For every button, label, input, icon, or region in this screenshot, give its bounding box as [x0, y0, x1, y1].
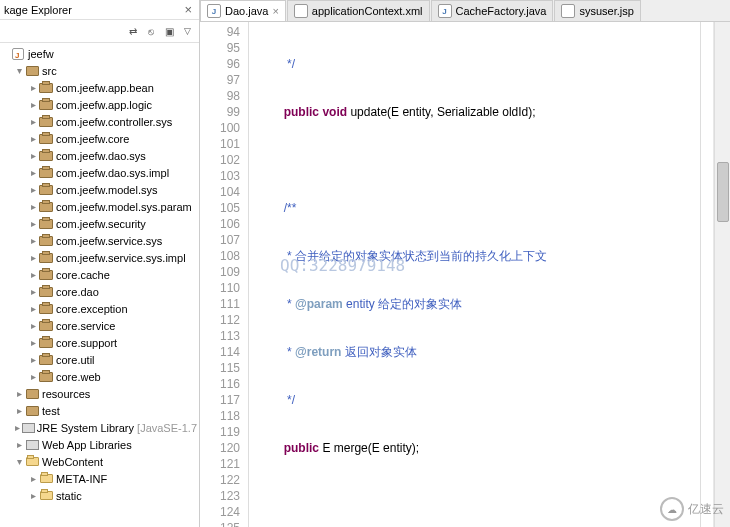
package-node[interactable]: ▸com.jeefw.model.sys.param	[0, 198, 199, 215]
menu-icon[interactable]: ▽	[179, 23, 195, 39]
package-node[interactable]: ▸com.jeefw.core	[0, 130, 199, 147]
package-node[interactable]: ▸core.util	[0, 351, 199, 368]
line-number: 100	[220, 120, 240, 136]
line-number: 107	[220, 232, 240, 248]
package-node[interactable]: ▸core.exception	[0, 300, 199, 317]
package-node[interactable]: ▸com.jeefw.security	[0, 215, 199, 232]
line-number: 97	[220, 72, 240, 88]
editor-tabs: Dao.java× applicationContext.xml CacheFa…	[200, 0, 730, 22]
line-number: 98	[220, 88, 240, 104]
code-area: 94 95 96 97 98 99 100 101 102 103 104 10…	[200, 22, 730, 527]
package-node[interactable]: ▸core.web	[0, 368, 199, 385]
line-number: 99	[220, 104, 240, 120]
package-node[interactable]: ▸com.jeefw.dao.sys.impl	[0, 164, 199, 181]
metainf-folder[interactable]: ▸META-INF	[0, 470, 199, 487]
webcontent-folder[interactable]: ▾WebContent	[0, 453, 199, 470]
line-number: 114	[220, 344, 240, 360]
package-node[interactable]: ▸core.dao	[0, 283, 199, 300]
tab-dao-java[interactable]: Dao.java×	[200, 0, 286, 21]
package-node[interactable]: ▸com.jeefw.app.bean	[0, 79, 199, 96]
line-number: 101	[220, 136, 240, 152]
line-number: 102	[220, 152, 240, 168]
line-number: 105	[220, 200, 240, 216]
package-node[interactable]: ▸com.jeefw.service.sys.impl	[0, 249, 199, 266]
line-number: 108	[220, 248, 240, 264]
line-number: 123	[220, 488, 240, 504]
project-label: jeefw	[28, 46, 54, 62]
scrollbar-thumb[interactable]	[717, 162, 729, 222]
line-number: 124	[220, 504, 240, 520]
line-number: 110	[220, 280, 240, 296]
line-number: 115	[220, 360, 240, 376]
link-icon[interactable]: ⎋	[143, 23, 159, 39]
line-number: 94	[220, 24, 240, 40]
test-folder[interactable]: ▸test	[0, 402, 199, 419]
brand-logo: ☁ 亿速云	[660, 497, 724, 521]
package-node[interactable]: ▸com.jeefw.model.sys	[0, 181, 199, 198]
line-number: 120	[220, 440, 240, 456]
tab-cachefactory-java[interactable]: CacheFactory.java	[431, 0, 554, 21]
line-number: 96	[220, 56, 240, 72]
package-node[interactable]: ▸core.cache	[0, 266, 199, 283]
java-file-icon	[207, 4, 221, 18]
line-number: 106	[220, 216, 240, 232]
jre-library[interactable]: ▸JRE System Library [JavaSE-1.7	[0, 419, 199, 436]
xml-file-icon	[294, 4, 308, 18]
overview-ruler[interactable]	[700, 22, 714, 527]
line-number: 95	[220, 40, 240, 56]
package-node[interactable]: ▸com.jeefw.app.logic	[0, 96, 199, 113]
webapp-library[interactable]: ▸Web App Libraries	[0, 436, 199, 453]
package-node[interactable]: ▸core.service	[0, 317, 199, 334]
editor-area: Dao.java× applicationContext.xml CacheFa…	[200, 0, 730, 527]
line-number: 113	[220, 328, 240, 344]
explorer-title: kage Explorer	[4, 4, 181, 16]
line-number: 109	[220, 264, 240, 280]
tab-sysuser-jsp[interactable]: sysuser.jsp	[554, 0, 640, 21]
static-folder[interactable]: ▸static	[0, 487, 199, 504]
line-number: 119	[220, 424, 240, 440]
line-number: 121	[220, 456, 240, 472]
package-node[interactable]: ▸com.jeefw.dao.sys	[0, 147, 199, 164]
line-number: 118	[220, 408, 240, 424]
line-number: 117	[220, 392, 240, 408]
resources-folder[interactable]: ▸resources	[0, 385, 199, 402]
src-folder[interactable]: ▾src	[0, 62, 199, 79]
line-number: 103	[220, 168, 240, 184]
line-number: 116	[220, 376, 240, 392]
line-number: 122	[220, 472, 240, 488]
package-node[interactable]: ▸core.support	[0, 334, 199, 351]
package-explorer: kage Explorer × ⇄ ⎋ ▣ ▽ jeefw ▾src ▸com.…	[0, 0, 200, 527]
collapse-icon[interactable]: ⇄	[125, 23, 141, 39]
explorer-header: kage Explorer ×	[0, 0, 199, 20]
line-number: 112	[220, 312, 240, 328]
vertical-scrollbar[interactable]	[714, 22, 730, 527]
java-file-icon	[438, 4, 452, 18]
package-node[interactable]: ▸com.jeefw.service.sys	[0, 232, 199, 249]
jsp-file-icon	[561, 4, 575, 18]
line-number: 111	[220, 296, 240, 312]
line-gutter: 94 95 96 97 98 99 100 101 102 103 104 10…	[200, 22, 249, 527]
package-tree: jeefw ▾src ▸com.jeefw.app.bean ▸com.jeef…	[0, 43, 199, 527]
package-node[interactable]: ▸com.jeefw.controller.sys	[0, 113, 199, 130]
focus-icon[interactable]: ▣	[161, 23, 177, 39]
code-content[interactable]: */ public void update(E entity, Serializ…	[249, 22, 700, 527]
brand-label: 亿速云	[688, 501, 724, 518]
project-node[interactable]: jeefw	[0, 45, 199, 62]
close-icon[interactable]: ×	[272, 5, 278, 17]
explorer-toolbar: ⇄ ⎋ ▣ ▽	[0, 20, 199, 43]
cloud-icon: ☁	[660, 497, 684, 521]
tab-appcontext-xml[interactable]: applicationContext.xml	[287, 0, 430, 21]
line-number: 125	[220, 520, 240, 527]
close-icon[interactable]: ×	[181, 2, 195, 17]
src-label: src	[42, 63, 57, 79]
line-number: 104	[220, 184, 240, 200]
